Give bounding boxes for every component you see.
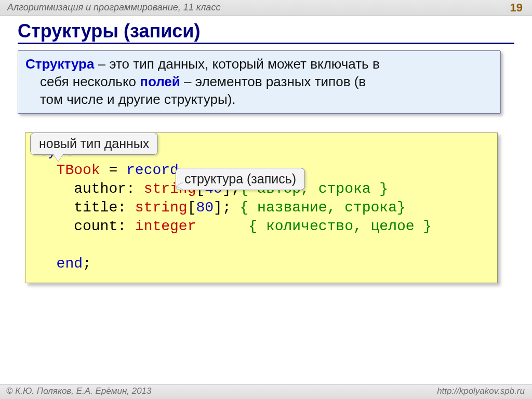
definition-text-2b: – элементов разных типов (в <box>180 74 366 89</box>
callout-newtype: новый тип данных <box>30 132 158 155</box>
footer-copyright: © К.Ю. Поляков, Е.А. Ерёмин, 2013 <box>6 386 152 396</box>
code-type-string2: string <box>135 200 188 216</box>
code-typename: TBook <box>39 162 100 178</box>
code-type-integer: integer <box>135 218 196 234</box>
footer-url: http://kpolyakov.spb.ru <box>437 386 525 396</box>
definition-box: Структура – это тип данных, который може… <box>18 50 501 114</box>
code-end-indent <box>39 256 57 272</box>
definition-line3: том числе и другие структуры). <box>25 90 493 108</box>
code-eq: = <box>100 162 126 178</box>
definition-line2: себя несколько полей – элементов разных … <box>25 73 493 90</box>
definition-fields: полей <box>140 74 180 89</box>
page-number: 19 <box>510 1 523 15</box>
code-gap <box>196 218 248 234</box>
definition-text-1: – это тип данных, который может включать… <box>94 56 379 72</box>
code-field-count: count: <box>39 218 135 234</box>
callout-record-tail <box>177 182 184 190</box>
code-field-title: title: <box>39 200 135 216</box>
code-field-author: author: <box>39 181 144 197</box>
callout-record: структура (запись) <box>176 168 305 190</box>
header-bar: Алгоритмизация и программирование, 11 кл… <box>0 0 532 16</box>
code-bracket3: [ <box>188 200 196 216</box>
code-num-80: 80 <box>196 200 214 216</box>
code-comment-title: { название, строка} <box>240 200 406 216</box>
callout-newtype-tail <box>54 154 63 162</box>
code-keyword-end: end <box>57 256 83 272</box>
slide: Алгоритмизация и программирование, 11 кл… <box>0 0 532 399</box>
code-comment-count: { количество, целое } <box>248 218 432 234</box>
footer-bar: © К.Ю. Поляков, Е.А. Ерёмин, 2013 http:/… <box>0 384 532 399</box>
course-title: Алгоритмизация и программирование, 11 кл… <box>7 2 220 13</box>
code-bracket4: ]; <box>214 200 240 216</box>
code-end-semi: ; <box>83 256 91 272</box>
code-keyword-record: record <box>126 162 179 178</box>
code-block: type TBook = record author: string[40];{… <box>25 132 498 283</box>
page-title: Структуры (записи) <box>18 20 514 44</box>
definition-text-2a: себя несколько <box>40 74 140 89</box>
definition-term: Структура <box>25 56 94 72</box>
